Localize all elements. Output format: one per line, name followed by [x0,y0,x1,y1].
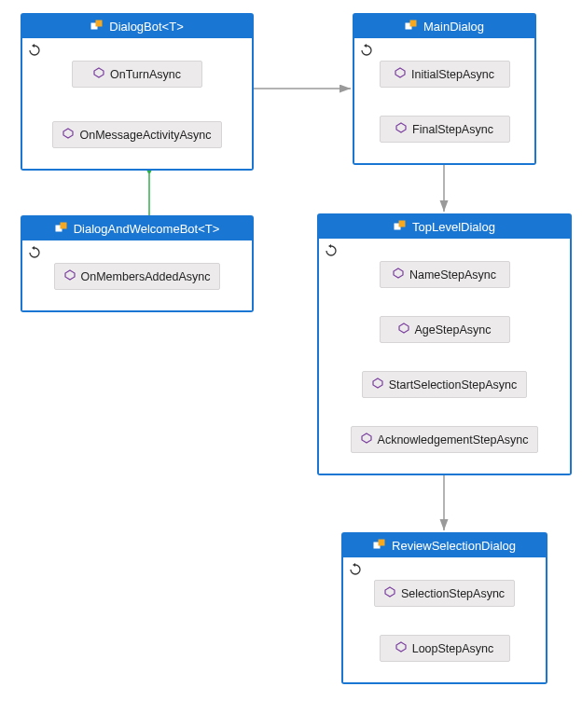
node-review-selection-dialog[interactable]: ReviewSelectionDialog SelectionStepAsync… [341,532,547,684]
method-icon [398,323,409,337]
class-icon [373,538,386,554]
refresh-icon [360,44,373,60]
node-top-level-dialog[interactable]: TopLevelDialog NameStepAsync AgeStepAsyn… [317,213,572,475]
method-item[interactable]: AcknowledgementStepAsync [351,426,539,453]
node-main-dialog[interactable]: MainDialog InitialStepAsync FinalStepAsy… [353,13,536,165]
method-icon [384,586,395,600]
method-item[interactable]: AgeStepAsync [380,316,510,343]
node-header: ReviewSelectionDialog [343,534,546,557]
node-body: NameStepAsync AgeStepAsync StartSelectio… [319,239,570,474]
method-icon [395,641,407,655]
svg-rect-3 [61,223,66,228]
node-header: DialogBot<T> [22,15,252,38]
node-title: DialogBot<T> [109,20,184,34]
method-label: StartSelectionStepAsync [389,378,518,391]
method-item[interactable]: OnMessageActivityAsync [52,121,221,148]
node-header: DialogAndWelcomeBot<T> [22,217,252,240]
method-label: NameStepAsync [409,268,496,282]
method-label: FinalStepAsync [412,123,493,136]
method-label: LoopStepAsync [412,642,494,655]
method-icon [395,67,406,81]
method-item[interactable]: NameStepAsync [380,261,510,288]
class-icon [90,19,104,34]
method-icon [372,378,383,391]
node-body: OnTurnAsync OnMessageActivityAsync [22,38,252,169]
method-icon [62,128,74,142]
class-icon [55,221,68,237]
method-icon [395,122,407,136]
svg-rect-5 [410,21,416,26]
method-item[interactable]: OnMembersAddedAsync [54,263,221,290]
node-title: TopLevelDialog [412,220,495,234]
node-body: InitialStepAsync FinalStepAsync [354,38,534,163]
method-label: OnMessageActivityAsync [79,129,211,142]
method-item[interactable]: SelectionStepAsync [374,580,515,607]
node-body: OnMembersAddedAsync [22,240,252,310]
refresh-icon [325,244,338,260]
method-label: InitialStepAsync [411,68,494,81]
method-icon [64,269,76,283]
diagram-canvas: DialogBot<T> OnTurnAsync OnMessageActivi… [0,0,582,728]
method-label: OnTurnAsync [110,68,181,81]
method-item[interactable]: OnTurnAsync [72,61,202,88]
method-icon [361,433,372,446]
node-header: MainDialog [354,15,534,38]
refresh-icon [349,563,362,579]
node-title: DialogAndWelcomeBot<T> [74,222,220,236]
method-label: OnMembersAddedAsync [81,270,211,283]
method-item[interactable]: LoopStepAsync [380,635,510,662]
node-body: SelectionStepAsync LoopStepAsync [343,557,546,682]
class-icon [394,219,407,235]
node-title: MainDialog [423,20,484,34]
method-icon [393,268,404,282]
node-dialog-bot[interactable]: DialogBot<T> OnTurnAsync OnMessageActivi… [21,13,254,171]
class-icon [405,19,418,34]
refresh-icon [28,246,41,262]
method-item[interactable]: InitialStepAsync [380,61,510,88]
method-label: AcknowledgementStepAsync [378,433,529,446]
method-item[interactable]: FinalStepAsync [380,116,510,143]
svg-rect-1 [96,21,102,26]
svg-rect-7 [399,221,405,227]
refresh-icon [28,44,41,60]
method-item[interactable]: StartSelectionStepAsync [362,371,528,398]
node-dialog-and-welcome-bot[interactable]: DialogAndWelcomeBot<T> OnMembersAddedAsy… [21,215,254,312]
node-title: ReviewSelectionDialog [392,539,516,553]
method-label: SelectionStepAsync [401,587,505,600]
method-icon [93,67,104,81]
node-header: TopLevelDialog [319,215,570,239]
svg-rect-9 [379,540,384,545]
method-label: AgeStepAsync [415,323,492,337]
